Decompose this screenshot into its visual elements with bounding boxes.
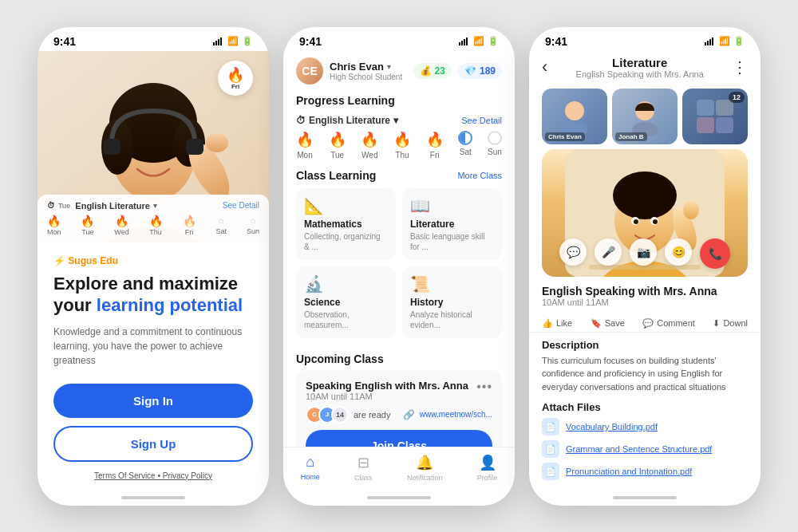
more-class-btn[interactable]: More Class <box>457 171 502 180</box>
svg-rect-0 <box>213 42 215 45</box>
user-name: Chris Evan <box>330 61 384 73</box>
file-item-1[interactable]: 📄 Vocabulary Building.pdf <box>542 418 748 435</box>
phone-1: 9:41 📶 🔋 <box>38 27 269 506</box>
class-card-lit[interactable]: 📖 Literature Basic leanguage skill for .… <box>402 188 502 260</box>
join-class-btn[interactable]: Join Class <box>306 430 492 447</box>
hist-desc: Analyze historical eviden... <box>410 309 494 330</box>
file-item-2[interactable]: 📄 Grammar and Sentence Structure.pdf <box>542 440 748 458</box>
see-detail-btn[interactable]: See Detail <box>461 116 502 125</box>
nav-class[interactable]: ⊟ Class <box>354 454 373 482</box>
class-card-math[interactable]: 📐 Mathematics Collecting, organizing & .… <box>296 188 396 260</box>
signal-icon <box>213 37 224 45</box>
signal-icon-3 <box>705 37 716 45</box>
wifi-icon: 📶 <box>227 36 239 46</box>
participant-2: Jonah B <box>612 89 678 144</box>
home-bar-3 <box>613 496 677 499</box>
status-bar-1: 9:41 📶 🔋 <box>38 27 269 51</box>
svg-point-35 <box>653 219 658 224</box>
math-desc: Collecting, organizing & ... <box>304 231 388 252</box>
emoji-ctrl-btn[interactable]: 😊 <box>665 238 692 266</box>
user-role: High School Student <box>330 73 402 81</box>
class-card-hist[interactable]: 📜 History Analyze historical eviden... <box>402 266 502 338</box>
mic-ctrl-btn[interactable]: 🎤 <box>595 238 622 266</box>
download-btn[interactable]: ⬇ Downl <box>713 318 748 329</box>
video-participants: Chris Evan Jonah B <box>529 84 760 149</box>
class-card-sci[interactable]: 🔬 Science Observation, measurem... <box>296 266 396 338</box>
camera-ctrl-btn[interactable]: 📷 <box>630 238 657 266</box>
points-row: 💰 23 💎 189 <box>413 63 502 79</box>
wifi-icon-3: 📶 <box>719 36 730 46</box>
svg-rect-14 <box>186 139 203 155</box>
profile-icon: 👤 <box>479 454 496 471</box>
meet-link[interactable]: www.meetnow/sch... <box>420 410 492 419</box>
person2-icon <box>625 97 665 136</box>
action-row: 👍 Like 🔖 Save 💬 Comment ⬇ Downl <box>529 315 760 333</box>
time-2: 9:41 <box>299 35 322 48</box>
svg-point-37 <box>683 200 699 219</box>
comment-btn[interactable]: 💬 Comment <box>642 318 695 329</box>
detail-info: English Speaking with Mrs. Anna 10AM unt… <box>529 282 760 315</box>
like-btn[interactable]: 👍 Like <box>542 318 572 329</box>
save-btn[interactable]: 🔖 Save <box>591 318 625 329</box>
class-icon: ⊟ <box>358 454 369 471</box>
files-section: Attach Files 📄 Vocabulary Building.pdf 📄… <box>529 396 760 490</box>
chat-ctrl-btn[interactable]: 💬 <box>559 238 587 266</box>
svg-rect-17 <box>464 39 465 45</box>
comment-icon: 💬 <box>642 318 654 329</box>
end-call-btn[interactable]: 📞 <box>700 238 730 269</box>
pdf-icon-2: 📄 <box>542 440 559 458</box>
file-item-3[interactable]: 📄 Pronunciation and Intonation.pdf <box>542 463 748 480</box>
signup-button[interactable]: Sign Up <box>53 426 253 462</box>
desc-heading: Description <box>542 339 748 351</box>
participant-2-label: Jonah B <box>615 132 647 141</box>
svg-rect-18 <box>466 37 468 45</box>
nav-notification[interactable]: 🔔 Notification <box>407 454 443 482</box>
status-icons-2: 📶 🔋 <box>459 36 499 46</box>
brand-label: ⚡ Sugus Edu <box>53 255 253 266</box>
phone-3: 9:41 📶 🔋 ‹ Literature English Speaking w… <box>529 27 760 506</box>
back-button[interactable]: ‹ <box>542 57 547 77</box>
nav-profile[interactable]: 👤 Profile <box>477 454 498 482</box>
phone1-main: ⚡ Sugus Edu Explore and maximize your le… <box>38 242 269 491</box>
math-icon: 📐 <box>304 196 388 215</box>
bottom-nav: ⌂ Home ⊟ Class 🔔 Notification 👤 Profile <box>283 447 515 491</box>
battery-icon-2: 🔋 <box>488 36 499 46</box>
user-header: CE Chris Evan ▾ High School Student 💰 23… <box>283 51 515 89</box>
sci-desc: Observation, measurem... <box>304 309 388 330</box>
pdf-icon-3: 📄 <box>542 463 559 480</box>
lit-desc: Basic leanguage skill for ... <box>410 231 494 252</box>
home-icon: ⌂ <box>306 454 314 471</box>
svg-rect-2 <box>218 39 219 45</box>
nav-class-label: Class <box>354 474 373 482</box>
description-section: Description This curriculum focuses on b… <box>529 333 760 397</box>
sci-name: Science <box>304 297 388 308</box>
home-bar-1 <box>121 496 185 499</box>
download-icon: ⬇ <box>713 318 720 329</box>
hist-name: History <box>410 297 494 308</box>
streak-day: Fri <box>231 84 239 90</box>
signin-button[interactable]: Sign In <box>53 384 253 418</box>
more-options-icon[interactable]: ⋮ <box>732 57 748 77</box>
mini-see-detail[interactable]: See Detail <box>223 201 259 210</box>
phone3-scroll: ‹ Literature English Speaking with Mrs. … <box>529 51 760 491</box>
status-bar-2: 9:41 📶 🔋 <box>283 27 515 51</box>
status-icons-1: 📶 🔋 <box>213 36 253 46</box>
class-section-title: Class Learning <box>296 169 376 182</box>
status-bar-3: 9:41 📶 🔋 <box>529 27 760 51</box>
detail-subtitle: English Speaking with Mrs. Anna <box>576 69 704 79</box>
participant-1-label: Chris Evan <box>545 132 585 141</box>
options-icon[interactable]: ••• <box>476 380 492 394</box>
svg-rect-20 <box>707 41 709 45</box>
detail-title: Literature <box>576 56 704 69</box>
video-controls: 💬 🎤 📷 😊 📞 <box>542 238 748 269</box>
nav-home[interactable]: ⌂ Home <box>301 454 320 482</box>
file-name-3[interactable]: Pronunciation and Intonation.pdf <box>566 467 692 476</box>
file-name-1[interactable]: Vocabulary Building.pdf <box>566 422 658 432</box>
like-icon: 👍 <box>542 318 553 329</box>
svg-rect-15 <box>459 42 460 45</box>
coins-badge: 💰 23 <box>413 63 452 79</box>
math-name: Mathematics <box>304 219 388 230</box>
detail-class-title: English Speaking with Mrs. Anna <box>542 285 748 298</box>
status-icons-3: 📶 🔋 <box>705 36 745 46</box>
file-name-2[interactable]: Grammar and Sentence Structure.pdf <box>566 444 712 454</box>
